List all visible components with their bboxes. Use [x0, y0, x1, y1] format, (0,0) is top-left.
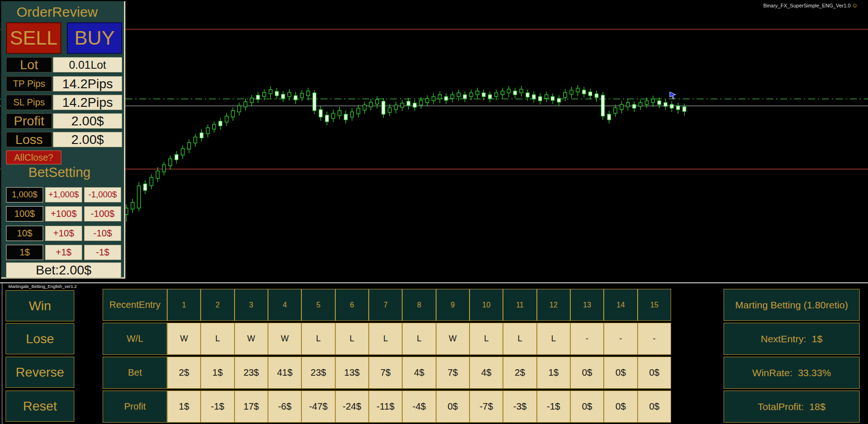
bet-increase-button[interactable]: +10$ [45, 226, 82, 241]
price-chart[interactable] [0, 0, 868, 283]
table-cell: L [402, 323, 436, 355]
table-cell: 0$ [570, 391, 604, 423]
martingale-info-row: TotalProfit: 18$ [724, 391, 860, 423]
table-cell: L [301, 323, 335, 355]
martingale-reverse-button[interactable]: Reverse [6, 357, 74, 388]
table-cell: L [470, 323, 503, 355]
bet-amount-display: 1$ [6, 245, 43, 260]
panel-title: OrderReview [1, 4, 113, 20]
table-cell: 0$ [570, 357, 604, 389]
table-cell: - [570, 323, 604, 355]
table-cell: 12 [537, 289, 570, 321]
table-cell: 13 [570, 289, 604, 321]
table-cell: 0$ [436, 391, 470, 423]
table-cell: W [167, 323, 201, 355]
bet-total-display: Bet:2.00$ [6, 262, 121, 278]
table-cell: 41$ [268, 357, 301, 389]
table-cell: 7 [369, 289, 402, 321]
table-cell: W [268, 323, 301, 355]
table-cell: 13$ [335, 357, 369, 389]
table-cell: 9 [436, 289, 470, 321]
table-cell: L [537, 323, 570, 355]
table-cell: -24$ [335, 391, 369, 423]
table-cell: 6 [335, 289, 369, 321]
table-cell: 15 [638, 289, 671, 321]
table-cell: 2$ [167, 357, 201, 389]
martingale-window-title: Martingale_Betting_English_ver1.2 [8, 284, 77, 289]
order-field-value[interactable]: 14.2Pips [53, 76, 122, 91]
order-review-panel: OrderReview SELL BUY Lot0.01LotTP Pips14… [1, 1, 125, 279]
table-cell: 7$ [436, 357, 470, 389]
table-cell: W [436, 323, 470, 355]
order-field-value[interactable]: 0.01Lot [53, 57, 122, 72]
buy-button[interactable]: BUY [67, 22, 122, 54]
sell-button[interactable]: SELL [6, 22, 61, 54]
bet-decrease-button[interactable]: -1,000$ [84, 187, 121, 202]
bet-decrease-button[interactable]: -10$ [84, 226, 121, 241]
table-cell: 3 [235, 289, 268, 321]
table-cell: -1$ [201, 391, 234, 423]
order-field-label: SL Pips [6, 95, 52, 110]
ea-title-text: Binary_FX_SuperSimple_ENG_Ver1.0 [763, 3, 850, 8]
table-cell: 2$ [503, 357, 536, 389]
martingale-reset-button[interactable]: Reset [6, 391, 74, 422]
bet-increase-button[interactable]: +100$ [45, 206, 82, 222]
bet-decrease-button[interactable]: -100$ [84, 206, 121, 222]
table-cell: 5 [301, 289, 335, 321]
smiley-icon: ☺ [852, 2, 858, 9]
bet-amount-display: 10$ [6, 226, 43, 241]
bet-decrease-button[interactable]: -1$ [84, 245, 121, 260]
table-cell: -11$ [369, 391, 402, 423]
martingale-info-row: WinRate: 33.33% [724, 357, 860, 389]
table-cell: 0$ [604, 391, 637, 423]
table-cell: W [235, 323, 268, 355]
martingale-win-button[interactable]: Win [6, 290, 74, 321]
order-field-value[interactable]: 2.00$ [53, 132, 122, 147]
allclose-button[interactable]: AllClose? [6, 150, 61, 164]
table-cell: L [335, 323, 369, 355]
table-cell: L [369, 323, 402, 355]
table-cell: -4$ [402, 391, 436, 423]
window-border [2, 283, 2, 424]
table-cell: 23$ [301, 357, 335, 389]
table-cell: 0$ [638, 357, 671, 389]
table-cell: L [201, 323, 234, 355]
order-field-value[interactable]: 14.2Pips [53, 95, 122, 110]
ea-title: Binary_FX_SuperSimple_ENG_Ver1.0☺ [763, 2, 858, 9]
table-cell: 2 [201, 289, 234, 321]
table-cell: -47$ [301, 391, 335, 423]
order-field-label: TP Pips [6, 76, 52, 91]
table-row-label: Bet [103, 357, 167, 389]
table-cell: - [638, 323, 671, 355]
table-cell: 8 [402, 289, 436, 321]
table-cell: 1 [167, 289, 201, 321]
table-row-label: W/L [103, 323, 167, 355]
bet-amount-display: 100$ [6, 206, 43, 222]
bet-increase-button[interactable]: +1,000$ [45, 187, 82, 202]
martingale-info-row: NextEntry: 1$ [724, 323, 860, 355]
bet-increase-button[interactable]: +1$ [45, 245, 82, 260]
table-cell: -6$ [268, 391, 301, 423]
table-cell: 4 [268, 289, 301, 321]
mouse-cursor-icon [670, 92, 676, 99]
order-field-label: Loss [6, 132, 52, 147]
table-cell: 17$ [235, 391, 268, 423]
table-row-label: RecentEntry [103, 289, 167, 321]
table-cell: 1$ [537, 357, 570, 389]
order-field-label: Lot [6, 57, 52, 72]
table-cell: 14 [604, 289, 637, 321]
bet-setting-title: BetSetting [1, 165, 117, 180]
martingale-lose-button[interactable]: Lose [6, 323, 74, 354]
table-cell: 4$ [402, 357, 436, 389]
table-cell: 1$ [201, 357, 234, 389]
bet-amount-display: 1,000$ [6, 187, 43, 202]
table-cell: 10 [470, 289, 503, 321]
table-cell: 11 [503, 289, 536, 321]
table-cell: 4$ [470, 357, 503, 389]
order-field-label: Profit [6, 113, 52, 129]
order-field-value[interactable]: 2.00$ [53, 113, 122, 129]
table-cell: -3$ [503, 391, 536, 423]
table-cell: 1$ [167, 391, 201, 423]
table-cell: 7$ [369, 357, 402, 389]
table-cell: -7$ [470, 391, 503, 423]
